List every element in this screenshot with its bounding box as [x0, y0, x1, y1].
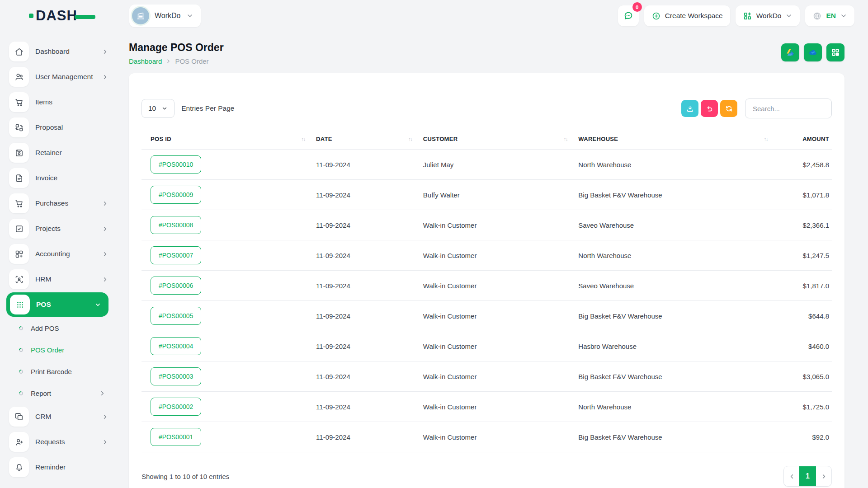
sidebar-subitem-report[interactable]: Report — [0, 382, 118, 404]
pagination-prev-button[interactable] — [784, 466, 799, 486]
sidebar-item-crm[interactable]: CRM — [0, 404, 118, 429]
showing-entries-text: Showing 1 to 10 of 10 entries — [142, 473, 229, 480]
customer-cell: Walk-in Customer — [418, 210, 573, 240]
sidebar-item-hrm[interactable]: HRM — [0, 267, 118, 292]
amount-cell: $92.0 — [773, 422, 832, 452]
pagination-next-button[interactable] — [816, 466, 831, 486]
retainer-icon — [14, 148, 24, 158]
amount-cell: $1,817.0 — [773, 271, 832, 301]
undo-button[interactable] — [701, 100, 718, 117]
body-row: Dashboard User Management Items Proposal… — [0, 32, 868, 488]
table-row: #POS00003 11-09-2024 Walk-in Customer Bi… — [142, 361, 832, 392]
table-row: #POS00009 11-09-2024 Buffy Walter Big Ba… — [142, 180, 832, 210]
warehouse-cell: Big Basket F&V Warehouse — [573, 180, 773, 210]
sidebar-item-requests[interactable]: Requests — [0, 429, 118, 455]
table-toolbar: 10 Entries Per Page — [142, 99, 832, 118]
projects-icon — [14, 224, 24, 234]
table-row: #POS00007 11-09-2024 Walk-in Customer No… — [142, 240, 832, 271]
message-icon — [623, 10, 634, 21]
chevron-down-icon — [186, 12, 193, 19]
pos-icon — [15, 300, 25, 310]
column-header-pos-id[interactable]: ↑↓ POS ID — [142, 131, 311, 150]
bullet-icon — [18, 390, 24, 396]
entries-per-page-select[interactable]: 10 — [142, 99, 175, 118]
pagination-page-button[interactable]: 1 — [799, 466, 816, 486]
column-header-customer[interactable]: ↑↓ CUSTOMER — [418, 131, 573, 150]
customer-cell: Buffy Walter — [418, 180, 573, 210]
onedrive-icon — [808, 47, 818, 57]
refresh-button[interactable] — [720, 100, 737, 117]
search-input[interactable] — [745, 99, 832, 118]
sidebar-subitem-print-barcode[interactable]: Print Barcode — [0, 361, 118, 382]
onedrive-button[interactable] — [804, 43, 822, 61]
column-header-warehouse[interactable]: ↑↓ WAREHOUSE — [573, 131, 773, 150]
download-button[interactable] — [681, 100, 698, 117]
column-header-amount[interactable]: AMOUNT — [773, 131, 832, 150]
sort-icon: ↑↓ — [408, 136, 412, 142]
sidebar-item-invoice[interactable]: Invoice — [0, 165, 118, 191]
chevron-down-icon — [785, 12, 793, 19]
workdo-apps-label: WorkDo — [756, 12, 782, 20]
sidebar-item-proposal[interactable]: Proposal — [0, 115, 118, 140]
workspace-selector[interactable]: WorkDo — [129, 5, 201, 27]
sidebar-item-dashboard[interactable]: Dashboard — [0, 39, 118, 64]
pos-id-button[interactable]: #POS00003 — [151, 367, 201, 385]
logo-dot-icon — [29, 14, 33, 18]
grid-button[interactable] — [826, 43, 844, 61]
table-row: #POS00008 11-09-2024 Walk-in Customer Sa… — [142, 210, 832, 240]
customer-cell: Walk-in Customer — [418, 331, 573, 361]
table-row: #POS00006 11-09-2024 Walk-in Customer Sa… — [142, 271, 832, 301]
pos-id-button[interactable]: #POS00007 — [151, 246, 201, 264]
crm-icon — [14, 412, 24, 422]
workdo-apps-button[interactable]: WorkDo — [736, 5, 800, 26]
create-workspace-button[interactable]: Create Workspace — [644, 5, 730, 26]
sidebar-item-projects[interactable]: Projects — [0, 216, 118, 241]
sidebar-item-accounting[interactable]: Accounting — [0, 241, 118, 267]
sidebar-item-purchases[interactable]: Purchases — [0, 191, 118, 216]
warehouse-cell: Big Basket F&V Warehouse — [573, 301, 773, 331]
pos-id-button[interactable]: #POS00008 — [151, 216, 201, 234]
pos-id-button[interactable]: #POS00010 — [151, 155, 201, 174]
create-workspace-label: Create Workspace — [665, 12, 723, 20]
customer-cell: Walk-in Customer — [418, 422, 573, 452]
messages-count-badge: 0 — [632, 2, 642, 12]
chevron-right-icon — [102, 251, 108, 258]
warehouse-cell: Saveo Warehouse — [573, 210, 773, 240]
chevron-right-icon — [102, 225, 108, 232]
pos-id-button[interactable]: #POS00002 — [151, 398, 201, 416]
sidebar-subitem-add-pos[interactable]: Add POS — [0, 317, 118, 339]
pos-id-button[interactable]: #POS00005 — [151, 307, 201, 325]
table-header-row: ↑↓ POS ID ↑↓ DATE ↑↓ CUSTOMER ↑↓ WAREHOU… — [142, 131, 832, 150]
toolbar-right — [681, 99, 832, 118]
pos-id-button[interactable]: #POS00004 — [151, 337, 201, 355]
chevron-right-icon — [102, 200, 108, 207]
column-header-date[interactable]: ↑↓ DATE — [311, 131, 418, 150]
globe-icon — [812, 11, 822, 21]
messages-button[interactable]: 0 — [618, 5, 639, 26]
workspace-avatar — [132, 7, 149, 24]
home-icon — [14, 47, 24, 56]
date-cell: 11-09-2024 — [311, 240, 418, 271]
pos-id-button[interactable]: #POS00001 — [151, 428, 201, 446]
language-selector[interactable]: EN — [805, 5, 854, 26]
refresh-icon — [725, 104, 733, 113]
customer-cell: Walk-in Customer — [418, 361, 573, 392]
chevron-right-icon — [102, 413, 108, 420]
sort-icon: ↑↓ — [564, 136, 568, 142]
pos-id-button[interactable]: #POS00006 — [151, 277, 201, 295]
date-cell: 11-09-2024 — [311, 422, 418, 452]
breadcrumb: Dashboard POS Order — [129, 57, 224, 65]
pos-id-button[interactable]: #POS00009 — [151, 186, 201, 204]
sidebar-item-pos[interactable]: POS — [6, 292, 108, 317]
bullet-icon — [18, 347, 24, 353]
sidebar-item-retainer[interactable]: Retainer — [0, 140, 118, 165]
breadcrumb-dashboard-link[interactable]: Dashboard — [129, 57, 162, 65]
sidebar-item-reminder[interactable]: Reminder — [0, 455, 118, 480]
google-drive-button[interactable] — [781, 43, 799, 61]
sidebar-item-items[interactable]: Items — [0, 89, 118, 115]
chevron-right-icon — [821, 473, 827, 480]
sidebar-item-user-management[interactable]: User Management — [0, 64, 118, 89]
sidebar-subitem-pos-order[interactable]: POS Order — [0, 339, 118, 361]
amount-cell: $644.8 — [773, 301, 832, 331]
table-row: #POS00010 11-09-2024 Juliet May North Wa… — [142, 150, 832, 180]
